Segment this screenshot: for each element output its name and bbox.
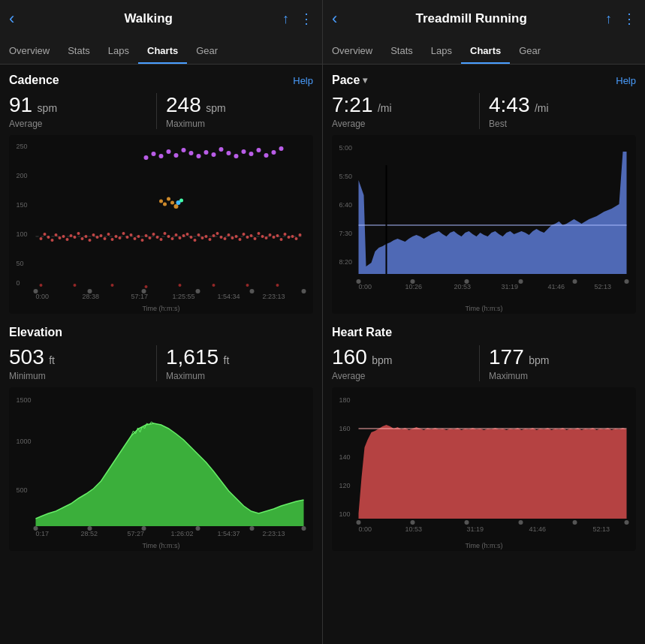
svg-point-106 <box>145 285 148 288</box>
elevation-min-unit: ft <box>49 354 55 366</box>
svg-point-83 <box>189 151 194 155</box>
svg-point-107 <box>179 284 182 287</box>
cadence-section: Cadence Help 91 spm Average 248 <box>9 74 313 314</box>
tab-stats-left[interactable]: Stats <box>59 38 99 64</box>
svg-point-14 <box>66 238 69 241</box>
svg-point-169 <box>411 520 415 525</box>
tab-gear-right[interactable]: Gear <box>510 38 550 64</box>
svg-point-62 <box>246 236 249 239</box>
svg-point-42 <box>171 237 174 240</box>
treadmill-panel: ‹ Treadmill Running ↑ ⋮ Overview Stats L… <box>323 0 645 644</box>
pace-avg-unit: /mi <box>378 102 392 114</box>
svg-point-77 <box>144 155 149 160</box>
svg-point-35 <box>145 234 148 237</box>
svg-point-79 <box>159 154 164 158</box>
svg-text:5:00: 5:00 <box>339 144 353 152</box>
tab-gear-left[interactable]: Gear <box>187 38 227 64</box>
svg-point-44 <box>179 236 182 239</box>
svg-text:140: 140 <box>339 453 351 461</box>
share-icon-right[interactable]: ↑ <box>605 11 612 27</box>
svg-point-21 <box>92 233 95 236</box>
tab-overview-left[interactable]: Overview <box>0 38 59 64</box>
tab-laps-right[interactable]: Laps <box>422 38 461 64</box>
svg-point-48 <box>194 239 197 242</box>
svg-text:28:38: 28:38 <box>83 293 100 300</box>
pace-help[interactable]: Help <box>616 75 636 86</box>
pace-avg-label: Average <box>332 119 479 129</box>
svg-text:10:26: 10:26 <box>405 283 423 290</box>
svg-text:41:46: 41:46 <box>548 283 565 290</box>
svg-point-26 <box>111 238 114 241</box>
svg-point-134 <box>142 526 146 531</box>
svg-point-38 <box>156 236 159 239</box>
svg-point-34 <box>141 239 144 242</box>
more-icon-right[interactable]: ⋮ <box>622 11 636 27</box>
svg-point-25 <box>107 233 110 236</box>
svg-text:1:54:34: 1:54:34 <box>218 293 240 300</box>
pace-best-value: 4:43 <box>489 93 530 116</box>
svg-point-60 <box>239 238 242 241</box>
elevation-x-axis-label: Time (h:m:s) <box>9 540 313 551</box>
share-icon-left[interactable]: ↑ <box>282 11 289 27</box>
svg-point-151 <box>357 279 361 284</box>
cadence-max-label: Maximum <box>166 119 313 129</box>
cadence-avg-unit: spm <box>38 102 57 114</box>
pace-chart: 5:00 5:50 6:40 7:30 8:20 0:00 <box>332 135 636 300</box>
back-icon-right[interactable]: ‹ <box>332 9 337 29</box>
walking-header: ‹ Walking ↑ ⋮ <box>0 0 322 38</box>
elevation-stats: 503 ft Minimum 1,615 ft Maximum <box>9 345 313 381</box>
pace-dropdown[interactable]: Pace ▾ <box>332 74 367 87</box>
elevation-max-label: Maximum <box>166 371 313 381</box>
elevation-chart-container: 1500 1000 500 0:17 28:52 57:27 1:26:02 <box>9 387 313 551</box>
svg-point-55 <box>220 236 223 239</box>
svg-point-73 <box>288 236 291 239</box>
svg-text:100: 100 <box>339 510 351 518</box>
svg-point-7 <box>40 237 43 240</box>
svg-text:0:17: 0:17 <box>36 530 50 537</box>
svg-text:10:53: 10:53 <box>405 525 423 533</box>
svg-point-63 <box>250 234 253 237</box>
svg-point-173 <box>625 520 629 525</box>
svg-text:31:19: 31:19 <box>467 525 484 533</box>
more-icon-left[interactable]: ⋮ <box>300 11 313 27</box>
svg-point-43 <box>175 233 178 236</box>
svg-point-108 <box>212 284 216 287</box>
svg-text:52:13: 52:13 <box>595 283 612 290</box>
svg-point-109 <box>246 284 249 287</box>
tab-charts-right[interactable]: Charts <box>461 38 510 64</box>
svg-point-57 <box>228 233 231 236</box>
tab-overview-right[interactable]: Overview <box>323 38 381 64</box>
tab-laps-left[interactable]: Laps <box>99 38 138 64</box>
svg-point-36 <box>149 236 152 239</box>
svg-point-47 <box>190 236 193 239</box>
walking-header-icons: ↑ ⋮ <box>282 11 313 27</box>
pace-stats: 7:21 /mi Average 4:43 /mi Best <box>332 93 636 129</box>
svg-point-100 <box>174 204 179 209</box>
svg-text:2:23:13: 2:23:13 <box>263 293 285 300</box>
svg-point-89 <box>234 154 239 158</box>
svg-point-152 <box>411 279 415 284</box>
pace-best-label: Best <box>489 119 636 129</box>
tab-charts-left[interactable]: Charts <box>138 38 187 64</box>
walking-nav-tabs: Overview Stats Laps Charts Gear <box>0 38 322 65</box>
svg-point-84 <box>197 154 201 158</box>
cadence-avg-value: 91 <box>9 93 32 116</box>
svg-point-119 <box>142 289 146 293</box>
hr-x-axis-label: Time (h:m:s) <box>332 540 636 551</box>
svg-point-64 <box>254 237 257 240</box>
svg-point-78 <box>152 152 156 156</box>
svg-point-11 <box>55 233 58 236</box>
svg-point-105 <box>111 284 114 287</box>
svg-point-41 <box>167 235 170 238</box>
svg-point-118 <box>88 289 92 293</box>
tab-stats-right[interactable]: Stats <box>381 38 422 64</box>
svg-point-86 <box>212 152 216 157</box>
svg-point-135 <box>196 526 200 531</box>
elevation-max-value: 1,615 <box>166 345 219 369</box>
svg-point-13 <box>62 235 65 238</box>
svg-point-49 <box>197 233 200 236</box>
svg-point-71 <box>280 238 283 241</box>
svg-point-9 <box>47 236 50 239</box>
back-icon-left[interactable]: ‹ <box>9 9 14 29</box>
cadence-help[interactable]: Help <box>293 75 313 86</box>
